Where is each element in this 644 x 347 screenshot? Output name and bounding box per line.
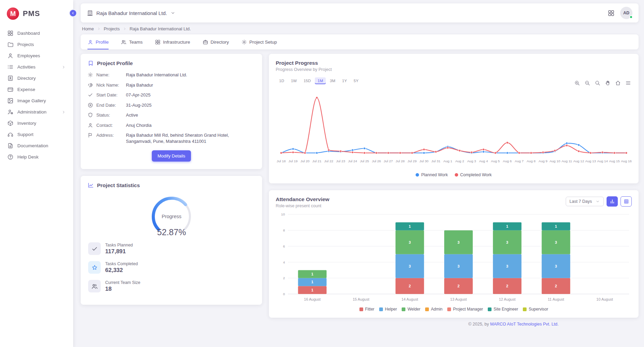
stat-value: 62,332 <box>105 267 138 274</box>
data-point <box>447 147 449 149</box>
data-point <box>387 152 389 154</box>
bar-value-label: 1 <box>506 224 508 228</box>
table-view-button[interactable] <box>621 196 632 207</box>
tab-profile[interactable]: Profile <box>87 34 109 49</box>
chart-view-button[interactable] <box>607 196 618 207</box>
sidebar-nav: DashboardProjectsEmployeesActivitiesDire… <box>0 28 73 162</box>
y-axis-label: 0 <box>283 292 285 296</box>
sidebar-item-label: Help Desk <box>17 154 38 160</box>
x-axis-label: Jul 29 <box>407 159 417 163</box>
bar-value-label: 2 <box>457 284 460 288</box>
attendance-chart: 024681011116 August15 August233114 Augus… <box>276 210 632 304</box>
range-1y[interactable]: 1Y <box>339 77 350 84</box>
y-axis-label: 6 <box>283 244 285 248</box>
data-point <box>625 152 627 154</box>
apps-icon[interactable] <box>608 10 615 17</box>
tab-label: Profile <box>96 40 109 45</box>
sidebar-item-dashboard[interactable]: Dashboard <box>3 28 70 39</box>
x-axis-label: 12 August <box>499 297 516 301</box>
sidebar-collapse-button[interactable] <box>69 9 77 17</box>
range-3m[interactable]: 3M <box>327 77 338 84</box>
x-axis-label: 14 August <box>401 297 418 301</box>
sidebar-item-support[interactable]: Support <box>3 129 70 140</box>
stat-value: 117,891 <box>105 248 133 255</box>
data-point <box>352 151 354 153</box>
profile-field-contact: Contact:Anuj Chordia <box>87 122 255 129</box>
breadcrumb: HomeProjectsRaja Bahadur International L… <box>81 22 639 34</box>
tab-infrastructure[interactable]: Infrastructure <box>155 34 190 49</box>
date-range-select[interactable]: Last 7 Days <box>566 197 604 206</box>
y-axis-label: 10 <box>281 212 285 216</box>
modify-details-button[interactable]: Modify Details <box>152 150 191 162</box>
sidebar-item-documentation[interactable]: Documentation <box>3 140 70 151</box>
sidebar-item-label: Projects <box>17 42 34 47</box>
briefcase-icon <box>203 39 208 45</box>
sidebar-item-image-gallery[interactable]: Image Gallery <box>3 95 70 106</box>
app-logo[interactable]: M PMS <box>0 5 73 27</box>
field-value: 31-Aug-2025 <box>126 102 151 108</box>
legend-planned-work[interactable]: Planned Work <box>416 172 448 177</box>
sidebar-item-employees[interactable]: Employees <box>3 50 70 61</box>
sidebar-item-help-desk[interactable]: Help Desk <box>3 152 70 162</box>
profile-field-nick-name: Nick Name:Raja Bahadur <box>87 82 255 88</box>
x-axis-label: Aug 7 <box>515 159 524 163</box>
data-point <box>601 151 603 153</box>
sidebar-item-administration[interactable]: Administration <box>3 107 70 117</box>
card-subtitle: Role-wise present count <box>276 203 329 208</box>
range-1w[interactable]: 1W <box>288 77 300 84</box>
x-axis-label: Aug 2 <box>455 159 464 163</box>
bar-value-label: 2 <box>409 284 411 288</box>
range-1m[interactable]: 1M <box>315 77 326 84</box>
field-value: Raja Bahadur Mill Rd, behind Sheraton Gr… <box>126 132 253 144</box>
menu-icon[interactable] <box>625 80 631 86</box>
field-label: End Date: <box>96 102 123 108</box>
selection-icon[interactable] <box>595 80 600 86</box>
legend-welder[interactable]: Welder <box>402 307 420 312</box>
home-icon[interactable] <box>615 80 621 86</box>
tab-directory[interactable]: Directory <box>203 34 229 49</box>
data-point <box>364 152 366 154</box>
x-axis-label: Aug 11 <box>562 159 572 163</box>
legend-project-manager[interactable]: Project Manager <box>447 307 483 312</box>
building-icon <box>87 10 93 16</box>
sidebar-item-projects[interactable]: Projects <box>3 39 70 50</box>
data-point <box>506 141 508 144</box>
data-point <box>530 152 532 154</box>
sidebar-item-expense[interactable]: Expense <box>3 84 70 95</box>
legend-site-engineer[interactable]: Site Engineer <box>488 307 518 312</box>
range-15d[interactable]: 15D <box>301 77 313 84</box>
users-icon <box>121 39 127 45</box>
tab-project-setup[interactable]: Project Setup <box>241 34 277 49</box>
tab-teams[interactable]: Teams <box>121 34 143 49</box>
x-axis-label: Jul 27 <box>384 159 393 163</box>
company-selector[interactable]: Raja Bahadur International Ltd. <box>87 10 176 16</box>
data-point <box>304 152 306 154</box>
legend-helper[interactable]: Helper <box>379 307 397 312</box>
user-avatar[interactable]: AD <box>620 7 632 19</box>
tab-label: Project Setup <box>249 40 277 45</box>
zoom-in-icon[interactable] <box>574 80 580 86</box>
footer-link[interactable]: MARCO AIoT Technologies Pvt. Ltd. <box>490 322 559 327</box>
range-1d[interactable]: 1D <box>276 77 287 84</box>
bar-value-label: 3 <box>506 240 508 244</box>
sidebar-item-inventory[interactable]: Inventory <box>3 118 70 129</box>
sidebar-item-activities[interactable]: Activities <box>3 62 70 72</box>
legend-supervisor[interactable]: Supervisor <box>523 307 548 312</box>
breadcrumb-item-home[interactable]: Home <box>82 26 94 31</box>
x-axis-label: Aug 15 <box>609 159 620 163</box>
breadcrumb-item-projects[interactable]: Projects <box>104 26 120 31</box>
legend-admin[interactable]: Admin <box>425 307 442 312</box>
bar-value-label: 3 <box>555 240 557 244</box>
contact-book-icon <box>7 75 14 81</box>
sidebar-item-directory[interactable]: Directory <box>3 73 70 84</box>
legend-completed-work[interactable]: Completed Work <box>455 172 492 177</box>
pan-icon[interactable] <box>605 80 611 86</box>
legend-fitter[interactable]: Fitter <box>359 307 374 312</box>
field-value: 07-Apr-2025 <box>126 92 150 98</box>
avatar-initials: AD <box>623 11 629 15</box>
sidebar-item-label: Support <box>17 132 33 137</box>
gauge-label: Progress <box>161 214 181 219</box>
zoom-out-icon[interactable] <box>584 80 590 86</box>
logo-icon: M <box>7 7 19 20</box>
range-5y[interactable]: 5Y <box>351 77 361 84</box>
